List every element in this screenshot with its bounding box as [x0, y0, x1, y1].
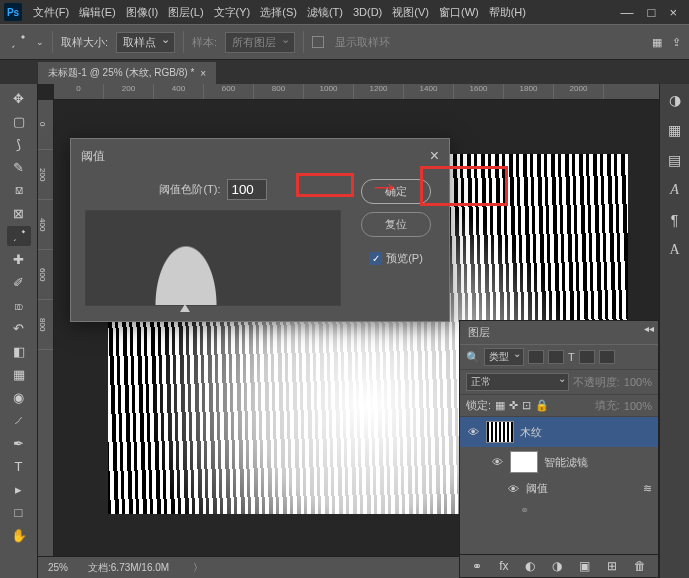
path-select-tool[interactable]: ▸ [7, 479, 31, 499]
rectangle-tool[interactable]: □ [7, 502, 31, 522]
slider-thumb-icon[interactable] [180, 304, 190, 312]
menu-file[interactable]: 文件(F) [28, 5, 74, 20]
filter-adjust-icon[interactable] [548, 350, 564, 364]
threshold-level-label: 阈值色阶(T): [159, 182, 220, 197]
swatches-panel-icon[interactable]: ▦ [665, 120, 685, 140]
layer-name[interactable]: 智能滤镜 [544, 455, 588, 470]
lock-pixels-icon[interactable]: ▦ [495, 399, 505, 412]
link-icon[interactable]: ⚭ [520, 504, 529, 517]
maximize-button[interactable]: □ [648, 5, 656, 20]
adjustments-panel-icon[interactable]: A [665, 180, 685, 200]
adjustment-layer-icon[interactable]: ◑ [552, 559, 562, 573]
layers-tab[interactable]: 图层 [460, 321, 658, 345]
document-tab-close[interactable]: × [200, 68, 206, 79]
hand-tool[interactable]: ✋ [7, 525, 31, 545]
chevron-down-icon[interactable]: ⌄ [36, 37, 44, 47]
history-brush-tool[interactable]: ↶ [7, 318, 31, 338]
lock-artboard-icon[interactable]: ⊡ [522, 399, 531, 412]
menu-window[interactable]: 窗口(W) [434, 5, 484, 20]
filter-type-icon[interactable]: T [568, 351, 575, 363]
layer-style-icon[interactable]: fx [499, 559, 508, 573]
dialog-close-button[interactable]: × [430, 147, 439, 165]
lock-position-icon[interactable]: ✜ [509, 399, 518, 412]
menu-layer[interactable]: 图层(L) [163, 5, 208, 20]
filter-edit-icon[interactable]: ≋ [643, 482, 652, 495]
eyedropper-icon [8, 32, 28, 52]
right-dock: ◑ ▦ ▤ A ¶ A [659, 84, 689, 578]
fill-value[interactable]: 100% [624, 400, 652, 412]
layer-item[interactable]: 👁 木纹 [460, 417, 658, 447]
healing-tool[interactable]: ✚ [7, 249, 31, 269]
lock-all-icon[interactable]: 🔒 [535, 399, 549, 412]
eraser-tool[interactable]: ◧ [7, 341, 31, 361]
layer-item[interactable]: 👁 智能滤镜 [460, 447, 658, 477]
quick-select-tool[interactable]: ✎ [7, 157, 31, 177]
blur-tool[interactable]: ◉ [7, 387, 31, 407]
filter-kind-dropdown[interactable]: 类型 [484, 348, 524, 366]
eyedropper-tool[interactable] [7, 226, 31, 246]
brush-tool[interactable]: ✐ [7, 272, 31, 292]
document-tab[interactable]: 未标题-1 @ 25% (木纹, RGB/8) * × [38, 62, 216, 84]
document-tab-title: 未标题-1 @ 25% (木纹, RGB/8) * [48, 66, 194, 80]
visibility-icon[interactable]: 👁 [466, 426, 480, 438]
link-layers-icon[interactable]: ⚭ [472, 559, 482, 573]
visibility-icon[interactable]: 👁 [490, 456, 504, 468]
share-icon[interactable]: ⇪ [672, 36, 681, 49]
stamp-tool[interactable]: ⎄ [7, 295, 31, 315]
menu-3d[interactable]: 3D(D) [348, 6, 387, 18]
move-tool[interactable]: ✥ [7, 88, 31, 108]
character-panel-icon[interactable]: A [665, 240, 685, 260]
pen-tool[interactable]: ✒ [7, 433, 31, 453]
app-logo: Ps [4, 3, 22, 21]
group-icon[interactable]: ▣ [579, 559, 590, 573]
sample-size-dropdown[interactable]: 取样点 [116, 32, 175, 53]
zoom-level[interactable]: 25% [48, 562, 68, 573]
crop-tool[interactable]: ⟏ [7, 180, 31, 200]
threshold-level-input[interactable] [227, 179, 267, 200]
layer-mask-icon[interactable]: ◐ [525, 559, 535, 573]
marquee-tool[interactable]: ▢ [7, 111, 31, 131]
color-panel-icon[interactable]: ◑ [665, 90, 685, 110]
document-tab-bar: 未标题-1 @ 25% (木纹, RGB/8) * × [0, 60, 689, 84]
preview-checkbox[interactable]: ✓ [369, 252, 382, 265]
layer-thumbnail[interactable] [510, 451, 538, 473]
menu-edit[interactable]: 编辑(E) [74, 5, 121, 20]
menu-filter[interactable]: 滤镜(T) [302, 5, 348, 20]
filter-pixel-icon[interactable] [528, 350, 544, 364]
libraries-panel-icon[interactable]: ▤ [665, 150, 685, 170]
ok-button[interactable]: 确定 [361, 179, 431, 204]
sample-dropdown[interactable]: 所有图层 [225, 32, 295, 53]
type-tool[interactable]: T [7, 456, 31, 476]
visibility-icon[interactable]: 👁 [506, 483, 520, 495]
panel-collapse-icon[interactable]: ◂◂ [644, 323, 654, 334]
new-layer-icon[interactable]: ⊞ [607, 559, 617, 573]
gradient-tool[interactable]: ▦ [7, 364, 31, 384]
dialog-title: 阈值 [81, 148, 105, 165]
close-window-button[interactable]: × [669, 5, 677, 20]
lasso-tool[interactable]: ⟆ [7, 134, 31, 154]
sample-size-label: 取样大小: [61, 35, 108, 50]
paragraph-panel-icon[interactable]: ¶ [665, 210, 685, 230]
threshold-slider[interactable] [85, 306, 341, 316]
opacity-value[interactable]: 100% [624, 376, 652, 388]
menu-image[interactable]: 图像(I) [121, 5, 163, 20]
layer-name[interactable]: 木纹 [520, 425, 542, 440]
filter-shape-icon[interactable] [579, 350, 595, 364]
menu-select[interactable]: 选择(S) [255, 5, 302, 20]
blend-mode-dropdown[interactable]: 正常 [466, 373, 569, 391]
menu-help[interactable]: 帮助(H) [484, 5, 531, 20]
layer-name[interactable]: 阈值 [526, 481, 548, 496]
reset-button[interactable]: 复位 [361, 212, 431, 237]
layer-thumbnail[interactable] [486, 421, 514, 443]
delete-layer-icon[interactable]: 🗑 [634, 559, 646, 573]
grid-icon[interactable]: ▦ [652, 36, 662, 49]
show-ring-checkbox[interactable] [312, 36, 324, 48]
dodge-tool[interactable]: ⟋ [7, 410, 31, 430]
menu-view[interactable]: 视图(V) [387, 5, 434, 20]
filter-smart-icon[interactable] [599, 350, 615, 364]
minimize-button[interactable]: — [621, 5, 634, 20]
layer-item[interactable]: 👁 阈值 ≋ [460, 477, 658, 500]
frame-tool[interactable]: ⊠ [7, 203, 31, 223]
search-icon[interactable]: 🔍 [466, 351, 480, 364]
menu-type[interactable]: 文字(Y) [209, 5, 256, 20]
